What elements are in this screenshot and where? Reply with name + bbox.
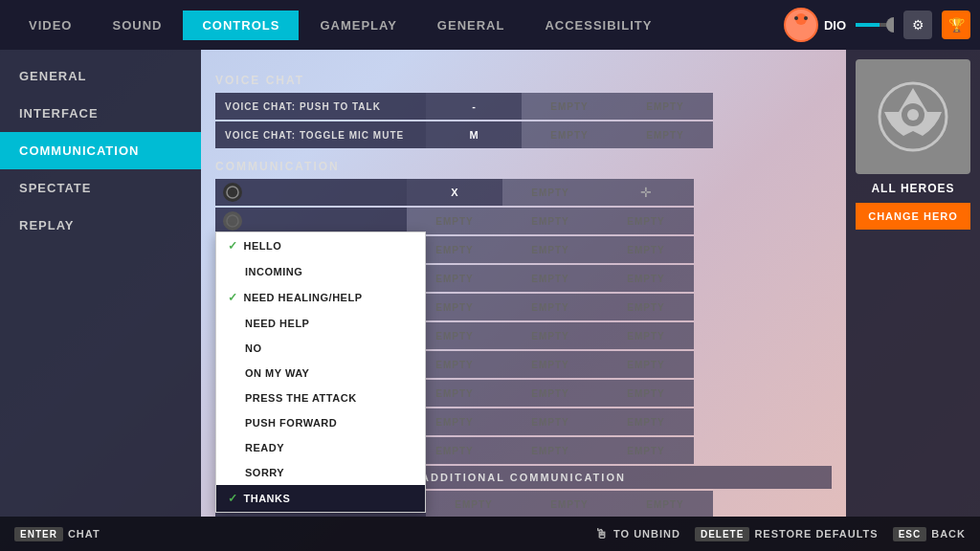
top-nav: VIDEO SOUND CONTROLS GAMEPLAY GENERAL AC… — [0, 0, 980, 50]
dropdown-item-thanks[interactable]: ✓ THANKS — [216, 485, 425, 512]
comm-key2-5[interactable]: EMPTY — [502, 294, 598, 320]
voice-toggle-mute-key3[interactable]: EMPTY — [617, 121, 713, 148]
svg-point-18 — [907, 109, 919, 121]
nav-tab-general[interactable]: GENERAL — [418, 11, 524, 40]
back-item[interactable]: ESC BACK — [893, 527, 966, 541]
comm-key3-8[interactable]: EMPTY — [598, 380, 694, 407]
level-bar — [856, 15, 894, 34]
communication-header: COMMUNICATION — [215, 160, 832, 173]
comm-dropdown-key3[interactable]: EMPTY — [598, 437, 694, 464]
dropdown-item-press-attack[interactable]: PRESS THE ATTACK — [216, 386, 425, 410]
comm-key3-4[interactable]: EMPTY — [598, 265, 694, 292]
voice-toggle-mute-row: VOICE CHAT: TOGGLE MIC MUTE M EMPTY EMPT… — [215, 121, 832, 148]
sidebar-item-spectate[interactable]: SPECTATE — [0, 169, 201, 207]
mouse-icon: 🖱 — [594, 526, 609, 541]
nav-tab-video[interactable]: VIDEO — [10, 11, 91, 40]
nav-tab-controls[interactable]: CONTROLS — [183, 11, 299, 40]
comm-key2-7[interactable]: EMPTY — [502, 351, 598, 378]
voice-push-to-talk-key2[interactable]: EMPTY — [522, 93, 617, 120]
comm-key3-3[interactable]: EMPTY — [598, 236, 694, 263]
comm-key2-8[interactable]: EMPTY — [502, 380, 598, 407]
back-label: BACK — [931, 528, 966, 540]
comm-dropdown-key2[interactable]: EMPTY — [502, 437, 598, 464]
comm-icon-2 — [223, 211, 242, 231]
avatar — [784, 8, 818, 42]
comm-icon-1 — [223, 183, 242, 202]
voice-push-to-talk-key3[interactable]: EMPTY — [617, 93, 713, 120]
dropdown-item-push-forward-label: PUSH FORWARD — [245, 417, 337, 429]
dropdown-item-need-help[interactable]: NEED HELP — [216, 311, 425, 336]
dropdown-item-on-my-way-label: ON MY WAY — [245, 367, 309, 379]
dropdown-item-thanks-label: THANKS — [244, 493, 291, 504]
comm-key3-5[interactable]: EMPTY — [598, 294, 694, 320]
comm-key2-6[interactable]: EMPTY — [502, 322, 598, 349]
dropdown-item-hello[interactable]: ✓ HELLO — [216, 232, 425, 259]
overwatch-logo-icon — [875, 78, 951, 155]
dropdown-item-press-attack-label: PRESS THE ATTACK — [245, 392, 357, 404]
nav-tab-sound[interactable]: SOUND — [93, 11, 181, 40]
svg-point-1 — [791, 26, 811, 39]
comm-key3-7[interactable]: EMPTY — [598, 351, 694, 378]
hero-panel: ALL HEROES CHANGE HERO — [846, 50, 980, 517]
profile-icon[interactable]: 🏆 — [942, 11, 970, 39]
comm-key2-3[interactable]: EMPTY — [502, 236, 598, 263]
dropdown-item-sorry-label: SORRY — [245, 467, 284, 478]
voice-push-to-talk-key1[interactable]: - — [426, 93, 522, 120]
svg-rect-5 — [856, 23, 880, 27]
voice-toggle-mute-key1[interactable]: M — [426, 121, 522, 148]
comm-key1-2[interactable]: EMPTY — [407, 208, 502, 234]
sidebar-item-replay[interactable]: REPLAY — [0, 207, 201, 244]
dropdown-item-no[interactable]: NO — [216, 336, 425, 361]
dropdown-item-incoming-label: INCOMING — [245, 266, 302, 277]
hero-name-label: ALL HEROES — [871, 182, 954, 195]
comm-label-1 — [215, 179, 407, 206]
enter-chat-item: ENTER CHAT — [14, 527, 100, 541]
nav-tab-accessibility[interactable]: ACCESSIBILITY — [525, 11, 671, 40]
comm-key3-6[interactable]: EMPTY — [598, 322, 694, 349]
settings-icon[interactable]: ⚙ — [903, 11, 932, 39]
voice-push-to-talk-row: VOICE CHAT: PUSH TO TALK - EMPTY EMPTY — [215, 93, 832, 120]
main-content: GENERAL INTERFACE COMMUNICATION SPECTATE… — [0, 50, 980, 517]
comm-key1-1[interactable]: X — [407, 179, 502, 206]
sidebar-item-communication[interactable]: COMMUNICATION — [0, 132, 201, 169]
sidebar-item-interface[interactable]: INTERFACE — [0, 95, 201, 132]
dropdown-item-sorry[interactable]: SORRY — [216, 460, 425, 485]
dropdown-item-hello-label: HELLO — [244, 240, 282, 252]
dropdown-item-need-healing[interactable]: ✓ NEED HEALING/HELP — [216, 284, 425, 311]
comm-key2-2[interactable]: EMPTY — [502, 208, 598, 234]
comm-key3-9[interactable]: EMPTY — [598, 408, 694, 435]
sidebar-item-general[interactable]: GENERAL — [0, 57, 201, 95]
svg-point-2 — [794, 16, 798, 20]
dropdown-item-need-healing-label: NEED HEALING/HELP — [244, 292, 363, 303]
add-comm-key1-1[interactable]: EMPTY — [426, 491, 522, 517]
comm-dropdown-menu: ✓ HELLO INCOMING ✓ NEED HEALING/HELP NEE… — [215, 231, 426, 513]
svg-point-8 — [227, 215, 238, 227]
add-comm-key3-1[interactable]: EMPTY — [617, 491, 713, 517]
bottom-bar: ENTER CHAT 🖱 TO UNBIND DELETE RESTORE DE… — [0, 517, 980, 551]
dropdown-item-ready[interactable]: READY — [216, 435, 425, 460]
check-icon-hello: ✓ — [228, 239, 238, 253]
change-hero-button[interactable]: CHANGE HERO — [856, 203, 970, 230]
right-panel: VOICE CHAT VOICE CHAT: PUSH TO TALK - EM… — [201, 50, 846, 517]
dropdown-item-on-my-way[interactable]: ON MY WAY — [216, 361, 425, 386]
sidebar: GENERAL INTERFACE COMMUNICATION SPECTATE… — [0, 50, 201, 517]
dropdown-item-push-forward[interactable]: PUSH FORWARD — [216, 410, 425, 435]
restore-defaults-item[interactable]: DELETE RESTORE DEFAULTS — [695, 527, 879, 541]
to-unbind-label: TO UNBIND — [613, 528, 680, 540]
delete-key-badge: DELETE — [695, 527, 749, 541]
voice-push-to-talk-label: VOICE CHAT: PUSH TO TALK — [215, 93, 426, 120]
comm-key3-1[interactable]: ✛ — [598, 179, 694, 206]
comm-key2-4[interactable]: EMPTY — [502, 265, 598, 292]
svg-point-6 — [886, 17, 894, 33]
dropdown-item-ready-label: READY — [245, 442, 284, 453]
comm-key2-9[interactable]: EMPTY — [502, 408, 598, 435]
comm-key2-1[interactable]: EMPTY — [502, 179, 598, 206]
comm-key3-2[interactable]: EMPTY — [598, 208, 694, 234]
dropdown-item-incoming[interactable]: INCOMING — [216, 259, 425, 284]
add-comm-key2-1[interactable]: EMPTY — [522, 491, 617, 517]
username-label: DIO — [824, 18, 846, 33]
voice-toggle-mute-key2[interactable]: EMPTY — [522, 121, 617, 148]
voice-toggle-mute-label: VOICE CHAT: TOGGLE MIC MUTE — [215, 121, 426, 148]
hero-icon-area — [856, 59, 970, 174]
nav-tab-gameplay[interactable]: GAMEPLAY — [301, 11, 415, 40]
